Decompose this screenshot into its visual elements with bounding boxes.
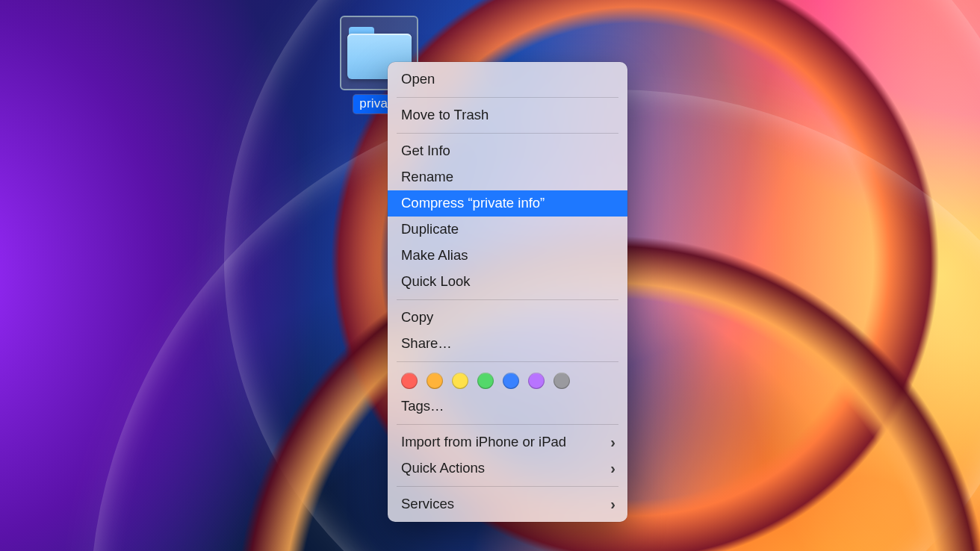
menu-item-tags[interactable]: Tags… <box>388 393 627 420</box>
menu-item-copy[interactable]: Copy <box>388 305 627 331</box>
menu-item-rename[interactable]: Rename <box>388 164 627 190</box>
menu-item-services[interactable]: Services › <box>388 491 627 517</box>
context-menu: Open Move to Trash Get Info Rename Compr… <box>388 62 627 522</box>
menu-item-label: Copy <box>401 308 433 326</box>
menu-item-label: Quick Look <box>401 273 471 290</box>
menu-item-label: Quick Actions <box>401 459 485 477</box>
menu-item-label: Import from iPhone or iPad <box>401 433 566 451</box>
tag-color-red[interactable] <box>401 373 418 389</box>
tag-color-yellow[interactable] <box>452 373 468 389</box>
menu-item-open[interactable]: Open <box>388 66 627 93</box>
menu-item-duplicate[interactable]: Duplicate <box>388 217 627 243</box>
menu-separator <box>397 133 618 134</box>
menu-item-quick-look[interactable]: Quick Look <box>388 269 627 295</box>
menu-item-label: Duplicate <box>401 220 459 238</box>
menu-item-label: Share… <box>401 334 452 352</box>
menu-item-label: Get Info <box>401 142 450 160</box>
chevron-right-icon: › <box>610 495 615 513</box>
tag-color-blue[interactable] <box>503 373 519 389</box>
menu-item-share[interactable]: Share… <box>388 331 627 357</box>
menu-item-label: Move to Trash <box>401 106 489 124</box>
menu-item-label: Make Alias <box>401 246 468 264</box>
menu-separator <box>397 361 618 362</box>
menu-separator <box>397 424 618 425</box>
menu-item-get-info[interactable]: Get Info <box>388 138 627 164</box>
menu-separator <box>397 486 618 487</box>
menu-item-import-from-iphone-ipad[interactable]: Import from iPhone or iPad › <box>388 429 627 455</box>
menu-item-label: Services <box>401 495 454 513</box>
tag-color-green[interactable] <box>477 373 494 389</box>
menu-separator <box>397 97 618 98</box>
menu-separator <box>397 299 618 300</box>
menu-item-label: Tags… <box>401 397 444 415</box>
menu-item-move-to-trash[interactable]: Move to Trash <box>388 102 627 128</box>
menu-item-label: Compress “private info” <box>401 194 545 212</box>
menu-item-label: Rename <box>401 168 453 186</box>
menu-item-quick-actions[interactable]: Quick Actions › <box>388 455 627 482</box>
tag-color-orange[interactable] <box>427 373 443 389</box>
tag-color-gray[interactable] <box>553 373 570 389</box>
menu-item-compress[interactable]: Compress “private info” <box>388 190 627 217</box>
menu-item-make-alias[interactable]: Make Alias <box>388 243 627 269</box>
chevron-right-icon: › <box>610 433 615 451</box>
menu-tag-color-row <box>388 367 627 393</box>
chevron-right-icon: › <box>610 459 615 477</box>
menu-item-label: Open <box>401 70 435 88</box>
tag-color-purple[interactable] <box>528 373 545 389</box>
